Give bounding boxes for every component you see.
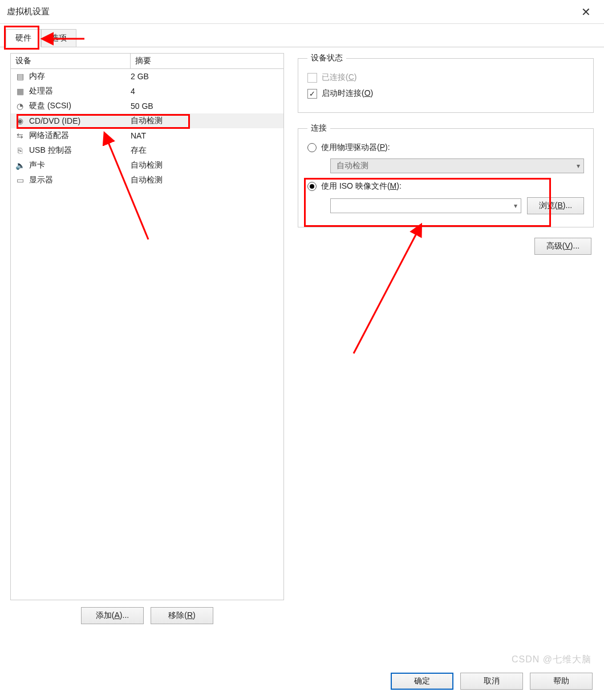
physical-drive-radio[interactable] (307, 143, 317, 152)
cancel-label: 取消 (484, 676, 500, 686)
device-summary: 存在 (131, 145, 283, 156)
window-title: 虚拟机设置 (7, 6, 50, 17)
device-summary: 2 GB (131, 72, 283, 81)
cancel-button[interactable]: 取消 (460, 673, 523, 690)
device-name: 声卡 (29, 160, 131, 170)
connected-checkbox (307, 73, 317, 83)
connection-legend: 连接 (307, 123, 330, 133)
tab-hardware[interactable]: 硬件 (6, 29, 41, 47)
iso-path-select[interactable]: ▾ (330, 198, 521, 213)
device-status-legend: 设备状态 (307, 53, 346, 63)
watermark: CSDN @七维大脑 (512, 654, 591, 666)
iso-radio[interactable] (307, 182, 317, 191)
device-name: 网络适配器 (29, 131, 131, 141)
device-name: 处理器 (29, 86, 131, 96)
cpu-icon: ▦ (14, 86, 26, 97)
help-button[interactable]: 帮助 (530, 673, 593, 690)
table-row[interactable]: ◉CD/DVD (IDE)自动检测 (11, 113, 283, 128)
table-row[interactable]: ⇆网络适配器NAT (11, 128, 283, 143)
header-summary: 摘要 (131, 54, 283, 68)
table-row[interactable]: ⎘USB 控制器存在 (11, 143, 283, 158)
device-name: CD/DVD (IDE) (29, 116, 131, 125)
cd-icon: ◉ (14, 115, 26, 127)
remove-button[interactable]: 移除(R) (151, 607, 213, 624)
table-row[interactable]: ▦处理器4 (11, 84, 283, 99)
device-table[interactable]: 设备 摘要 ▤内存2 GB▦处理器4◔硬盘 (SCSI)50 GB◉CD/DVD… (10, 53, 284, 600)
tab-hardware-label: 硬件 (15, 33, 31, 42)
physical-drive-value: 自动检测 (337, 161, 368, 171)
device-name: 硬盘 (SCSI) (29, 101, 131, 111)
usb-icon: ⎘ (14, 145, 26, 156)
table-row[interactable]: 🔈声卡自动检测 (11, 158, 283, 173)
device-name: 内存 (29, 71, 131, 82)
connected-label: 已连接(C) (322, 72, 356, 83)
ok-label: 确定 (414, 676, 430, 686)
browse-button[interactable]: 浏览(B)... (527, 197, 584, 214)
chevron-down-icon: ▾ (514, 202, 517, 210)
device-summary: 自动检测 (131, 160, 283, 170)
advanced-button[interactable]: 高级(V)... (534, 238, 591, 255)
iso-label: 使用 ISO 映像文件(M): (321, 181, 402, 192)
tab-options[interactable]: 选项 (41, 29, 76, 47)
device-name: 显示器 (29, 175, 131, 185)
poweron-checkbox[interactable]: ✓ (307, 89, 317, 99)
device-name: USB 控制器 (29, 145, 131, 156)
device-summary: 50 GB (131, 101, 283, 111)
table-row[interactable]: ▭显示器自动检测 (11, 173, 283, 188)
device-summary: 4 (131, 87, 283, 96)
device-summary: NAT (131, 131, 283, 140)
chevron-down-icon: ▾ (577, 162, 580, 170)
nic-icon: ⇆ (14, 130, 26, 141)
connection-group: 连接 使用物理驱动器(P): 自动检测 ▾ 使用 ISO 映像文件(M): ▾ … (298, 123, 594, 227)
header-device: 设备 (11, 54, 131, 68)
physical-drive-select: 自动检测 ▾ (330, 158, 584, 173)
sound-icon: 🔈 (14, 160, 26, 171)
disk-icon: ◔ (14, 100, 26, 112)
device-status-group: 设备状态 已连接(C) ✓ 启动时连接(O) (298, 53, 594, 113)
display-icon: ▭ (14, 174, 26, 186)
table-row[interactable]: ▤内存2 GB (11, 69, 283, 84)
device-summary: 自动检测 (131, 175, 283, 185)
add-button[interactable]: 添加(A)... (81, 607, 144, 624)
poweron-label: 启动时连接(O) (322, 88, 373, 99)
tab-options-label: 选项 (51, 33, 67, 42)
table-row[interactable]: ◔硬盘 (SCSI)50 GB (11, 99, 283, 113)
help-label: 帮助 (553, 676, 569, 686)
ok-button[interactable]: 确定 (391, 673, 453, 690)
close-icon[interactable]: ✕ (574, 1, 597, 23)
physical-drive-label: 使用物理驱动器(P): (321, 143, 390, 153)
device-summary: 自动检测 (131, 116, 283, 126)
memory-icon: ▤ (14, 71, 26, 82)
